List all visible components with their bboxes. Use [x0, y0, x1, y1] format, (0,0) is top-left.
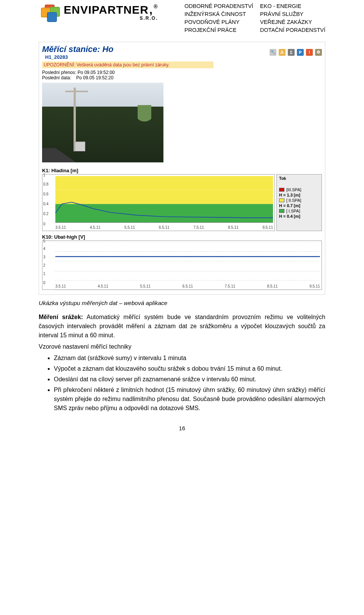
list-item: Při překročení některé z limitních hodno… — [54, 385, 325, 413]
toolbar-icons: 🔧 ⚠ Σ P ! ⚙ — [270, 49, 322, 56]
station-photo — [42, 83, 163, 162]
webapp-screenshot: Měřící stanice: Ho H1_20283 🔧 ⚠ Σ P ! ⚙ … — [39, 42, 325, 295]
service-item: DOTAČNÍ PORADENSTVÍ — [260, 26, 325, 34]
paragraph-mereni: Měření srážek: Automatický měřící systém… — [39, 313, 325, 340]
bullet-list: Záznam dat (srážkové sumy) v intervalu 1… — [39, 354, 325, 413]
chart1-title: K1: Hladina [m] — [42, 168, 322, 173]
last-data: Poslední data: Po 09.05 19:52:20 — [39, 75, 325, 80]
document-body: Ukázka výstupu měřených dat – webová apl… — [39, 299, 325, 433]
sigma-icon[interactable]: Σ — [288, 49, 295, 56]
service-item: ODBORNÉ PORADENSTVÍ — [185, 2, 253, 10]
brand-logo: ENVIPARTNER , ® S.R.O. — [39, 2, 158, 22]
brand-registered: ® — [154, 3, 158, 9]
list-item: Výpočet a záznam dat klouzavého součtu s… — [54, 364, 325, 373]
brand-sro: S.R.O. — [64, 16, 158, 21]
service-item: VEŘEJNÉ ZAKÁZKY — [260, 18, 325, 26]
svg-rect-1 — [55, 190, 273, 204]
station-title: Měřící stanice: Ho — [42, 44, 113, 54]
list-item: Odeslání dat na cílový server při zaznam… — [54, 375, 325, 384]
services-list: ODBORNÉ PORADENSTVÍ INŽENÝRSKÁ ČINNOST P… — [185, 2, 325, 34]
alert-icon[interactable]: ! — [306, 49, 313, 56]
document-header: ENVIPARTNER , ® S.R.O. ODBORNÉ PORADENST… — [39, 2, 325, 34]
p-icon[interactable]: P — [297, 49, 304, 56]
station-id: H1_20283 — [42, 54, 113, 60]
chart-hladina: 0 0.2 0.4 0.6 0.8 1 3.5.11 4.5.11 5.5.11… — [42, 174, 275, 231]
paragraph-vzorove: Vzorové nastavení měřící techniky — [39, 342, 325, 351]
service-item: INŽENÝRSKÁ ČINNOST — [185, 10, 253, 18]
chart-ubat: 0 1 2 3 4 5 3.5.11 4.5.11 5.5.11 6.5.11 … — [42, 241, 322, 290]
service-item: PRÁVNÍ SLUŽBY — [260, 10, 325, 18]
service-item: POVODŇOVÉ PLÁNY — [185, 18, 253, 26]
brand-name: ENVIPARTNER — [64, 3, 149, 16]
warning-bar: UPOZORNĚNÍ: Veškerá uváděná data jsou be… — [42, 61, 213, 68]
list-item: Záznam dat (srážkové sumy) v intervalu 1… — [54, 354, 325, 363]
page-number: 16 — [39, 424, 325, 433]
svg-rect-0 — [55, 176, 273, 190]
chart2-title: K10: Ubat-high [V] — [42, 234, 322, 240]
wrench-icon[interactable]: 🔧 — [270, 49, 276, 56]
brand-logo-icon — [39, 2, 61, 22]
figure-caption: Ukázka výstupu měřených dat – webová apl… — [39, 299, 325, 307]
service-item: EKO - ENERGIE — [260, 2, 325, 10]
warn-icon[interactable]: ⚠ — [279, 49, 286, 56]
gear-icon[interactable]: ⚙ — [315, 49, 322, 56]
brand-comma: , — [149, 3, 153, 16]
service-item: PROJEKČNÍ PRÁCE — [185, 26, 253, 34]
chart1-legend: Tok [III.SPA] H = 1.3 [m] [ II.SPA] H = … — [276, 174, 322, 231]
last-transfer: Poslední přenos: Po 09.05 19:52:00 — [39, 70, 325, 75]
